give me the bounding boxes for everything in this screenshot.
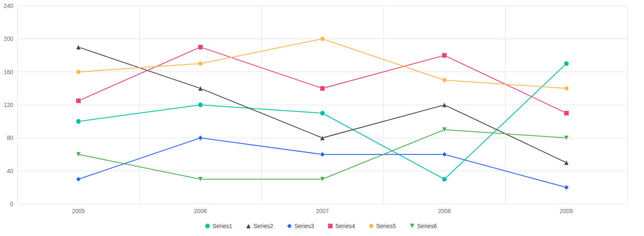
legend-item-Series3[interactable]: Series3 [287,223,315,229]
marker-hexagon [76,70,81,75]
marker-square [564,111,569,116]
marker-square [320,86,325,91]
marker-triangle-up [564,160,569,165]
marker-hexagon [320,36,324,41]
series-line [79,39,566,88]
y-tick-label: 40 [7,168,13,174]
x-tick-label: 2005 [72,208,85,214]
marker-triangle-up [246,224,251,229]
marker-square [442,53,447,58]
legend-item-Series4[interactable]: Series4 [328,223,355,229]
legend-label: Series2 [253,223,273,229]
line-chart: 0408012016020024020052006200720082009Ser… [0,0,644,236]
y-tick-label: 120 [4,102,14,108]
marker-diamond [198,135,203,140]
marker-diamond [287,224,292,229]
legend-item-Series6[interactable]: Series6 [410,223,437,229]
marker-circle [320,111,325,116]
x-tick-label: 2006 [194,208,207,214]
y-tick-label: 160 [4,69,14,75]
y-tick-label: 0 [10,201,13,207]
marker-square [76,98,81,103]
marker-diamond [442,152,447,157]
marker-hexagon [369,224,373,229]
marker-triangle-up [198,86,203,91]
marker-diamond [76,177,81,182]
marker-circle [564,61,569,66]
marker-circle [198,102,203,107]
legend-label: Series5 [376,223,396,229]
legend-label: Series3 [295,223,315,229]
marker-circle [205,224,210,229]
marker-diamond [564,185,569,190]
marker-circle [442,177,447,182]
marker-hexagon [198,61,202,66]
x-tick-label: 2008 [438,208,451,214]
x-tick-label: 2007 [316,208,329,214]
legend-label: Series4 [335,223,355,229]
legend-item-Series1[interactable]: Series1 [205,223,233,229]
y-tick-label: 80 [7,134,13,141]
legend-item-Series2[interactable]: Series2 [246,223,273,229]
marker-circle [76,119,81,124]
legend-label: Series6 [417,223,437,229]
marker-square [198,45,203,50]
series-Series5 [76,36,569,91]
marker-triangle-down [410,224,415,229]
legend-item-Series5[interactable]: Series5 [369,223,396,229]
legend-label: Series1 [213,223,233,229]
chart-svg: 0408012016020024020052006200720082009Ser… [0,0,644,236]
marker-hexagon [564,86,568,91]
marker-square [328,224,333,229]
series-line [79,47,566,113]
y-tick-label: 200 [4,35,14,42]
series-line [79,64,566,179]
marker-diamond [320,152,325,157]
marker-hexagon [442,78,446,83]
x-tick-label: 2009 [560,208,573,214]
y-tick-label: 240 [4,2,14,9]
marker-triangle-up [76,45,81,50]
